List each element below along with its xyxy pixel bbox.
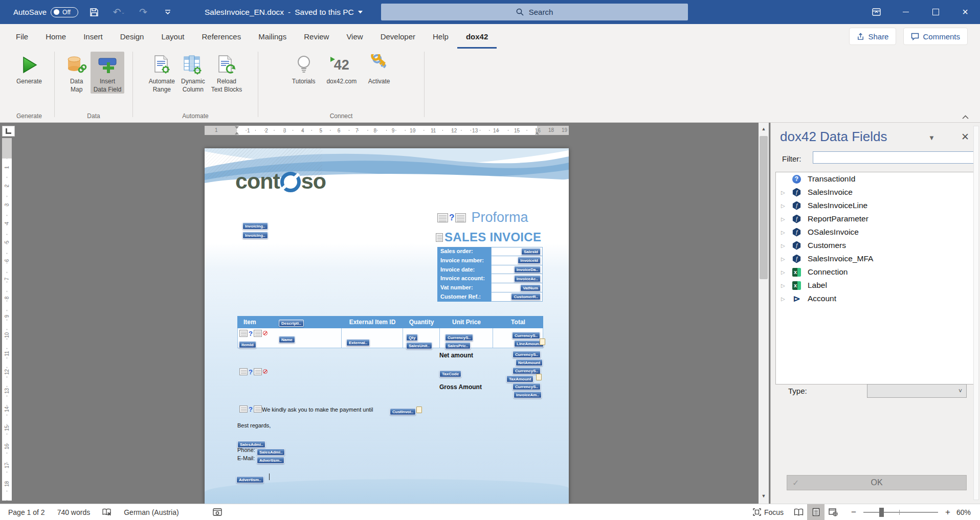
data-field-pill[interactable]: SalesPric.. [445,342,471,349]
document-title[interactable]: SalesInvoice_EN.docx - Saved to this PC [205,0,363,24]
right-indent-marker[interactable] [535,132,539,134]
tree-item[interactable]: ▷ SalesInvoice [776,186,975,199]
scrollbar-thumb[interactable] [760,136,768,279]
automate-range-button[interactable]: Automate Range [146,52,178,94]
dox42-condition-icon[interactable]: ? [239,368,262,375]
comments-button[interactable]: Comments [903,28,968,45]
read-mode-button[interactable] [790,504,807,520]
ribbon-tab[interactable]: Developer [372,24,424,49]
expand-arrow-icon[interactable]: ▷ [781,203,788,209]
autosave-toggle[interactable]: AutoSave Off [13,7,78,17]
ribbon-tab[interactable]: File [7,24,37,49]
zoom-in-button[interactable]: + [943,507,952,517]
data-field-pill[interactable]: Descripti.. [279,320,304,327]
insert-data-field-button[interactable]: Insert Data Field [91,52,125,94]
data-field-pill[interactable]: InvoiceDa.. [514,266,541,273]
data-field-pill[interactable]: InvoiceAm.. [514,391,542,398]
expand-arrow-icon[interactable]: ▷ [781,190,788,195]
data-field-pill[interactable]: InvoiceId [518,257,541,264]
tree-item[interactable]: ▷ Connection [776,265,975,279]
tree-item[interactable]: ▷ Account [776,292,975,305]
tutorials-button[interactable]: Tutorials [289,52,319,85]
data-field-pill[interactable]: Invoicing.. [242,232,268,239]
data-field-pill[interactable]: SalesId [521,248,541,255]
ribbon-tab[interactable]: Help [424,24,457,49]
tree-item[interactable]: ▷ SalesInvoiceLine [776,199,975,212]
tree-item[interactable]: ▷ OSalesInvoice [776,225,975,239]
data-field-pill[interactable]: SalesUnit.. [406,342,432,349]
reload-text-blocks-button[interactable]: Reload Text Blocks [208,52,246,94]
dox42-field-icon[interactable]: ? [239,405,262,413]
tree-item[interactable]: ▷ Customers [776,239,975,252]
save-button[interactable] [85,4,103,20]
ribbon-tab[interactable]: Review [295,24,338,49]
ribbon-tab[interactable]: View [338,24,371,49]
tree-item[interactable]: ▷ Label [776,279,975,292]
activate-button[interactable]: Activate [365,52,393,85]
ribbon-tab[interactable]: Home [37,24,75,49]
ribbon-tab[interactable]: Insert [75,24,112,49]
horizontal-ruler[interactable]: 1 12345678910111213141516 18 19 [205,126,569,135]
maximize-button[interactable] [921,0,950,24]
data-field-pill[interactable]: Name [279,336,295,343]
expand-arrow-icon[interactable]: ▷ [781,216,788,222]
autosave-switch[interactable]: Off [51,7,78,17]
expand-arrow-icon[interactable]: ▷ [781,256,788,262]
document-page[interactable]: contso Invoicing..Invoicing.. ? Proforma… [205,148,569,504]
expand-arrow-icon[interactable]: ▷ [781,243,788,248]
expand-arrow-icon[interactable]: ▷ [781,296,788,302]
dox42-condition-icon[interactable]: ? [239,330,262,337]
data-field-pill[interactable]: InvoiceAc.. [514,275,541,282]
data-field-pill[interactable]: External.. [346,339,370,346]
data-field-pill[interactable]: CustInvoi.. [390,408,416,415]
word-count[interactable]: 740 words [51,504,97,520]
quick-access-customize-button[interactable] [159,4,176,20]
zoom-level[interactable]: 60% [952,504,980,520]
page-indicator[interactable]: Page 1 of 2 [0,504,51,520]
hanging-indent-marker[interactable] [235,132,239,134]
ribbon-tab[interactable]: dox42 [457,24,497,49]
data-field-pill[interactable]: CustomerR.. [511,293,541,300]
data-field-pill[interactable]: TaxCode [439,370,461,377]
tree-item[interactable]: ▷ ReportParameter [776,212,975,225]
data-map-button[interactable]: Data Map [63,52,91,94]
ribbon-tab[interactable]: Mailings [250,24,295,49]
scroll-up-arrow[interactable]: ▲ [759,124,769,134]
document-scrollbar[interactable]: ▲ ▼ [759,123,769,504]
ribbon-tab[interactable]: Design [112,24,153,49]
collapse-ribbon-button[interactable] [962,115,969,119]
data-field-pill[interactable]: ItemId [239,341,256,348]
scroll-down-arrow[interactable]: ▼ [759,491,769,501]
first-line-indent-marker[interactable] [235,126,239,129]
pane-close-icon[interactable]: ✕ [961,131,969,143]
dox42-field-icon[interactable]: ? [437,213,466,222]
ok-button[interactable]: ✓ OK [787,475,967,490]
data-field-pill[interactable]: Advertism.. [236,476,264,483]
zoom-slider[interactable] [863,512,938,513]
filter-input[interactable] [813,151,975,164]
expand-arrow-icon[interactable]: ▷ [781,269,788,275]
zoom-out-button[interactable]: − [849,507,858,517]
macro-recording-button[interactable] [207,504,228,520]
close-button[interactable]: × [950,0,980,24]
type-dropdown[interactable]: ˅ [867,384,967,398]
tree-item[interactable]: ▷ TransactionId [776,172,975,186]
focus-mode-button[interactable]: Focus [747,504,790,520]
dynamic-column-button[interactable]: Dynamic Column [178,52,208,94]
redo-button[interactable]: ↷ [135,4,152,20]
tree-item[interactable]: ▷ SalesInvoice_MFA [776,252,975,265]
ribbon-tab[interactable]: Layout [152,24,193,49]
expand-arrow-icon[interactable]: ▷ [781,230,788,235]
ribbon-display-options-button[interactable] [861,0,891,24]
vertical-ruler[interactable]: 123456789101112131415161718 [2,138,12,501]
pane-menu-chevron[interactable]: ▼ [928,134,935,142]
dox42com-button[interactable]: 42 dox42.com [323,52,360,85]
data-field-pill[interactable]: VatNum [520,284,541,291]
pane-scrollbar[interactable] [973,126,979,500]
expand-arrow-icon[interactable]: ▷ [781,283,788,288]
undo-button[interactable]: ↶⌄ [110,4,127,20]
data-field-pill[interactable]: Advertism.. [257,457,284,464]
print-layout-button[interactable] [807,504,825,520]
generate-button[interactable]: Generate [13,52,45,85]
ribbon-tab[interactable]: References [193,24,250,49]
